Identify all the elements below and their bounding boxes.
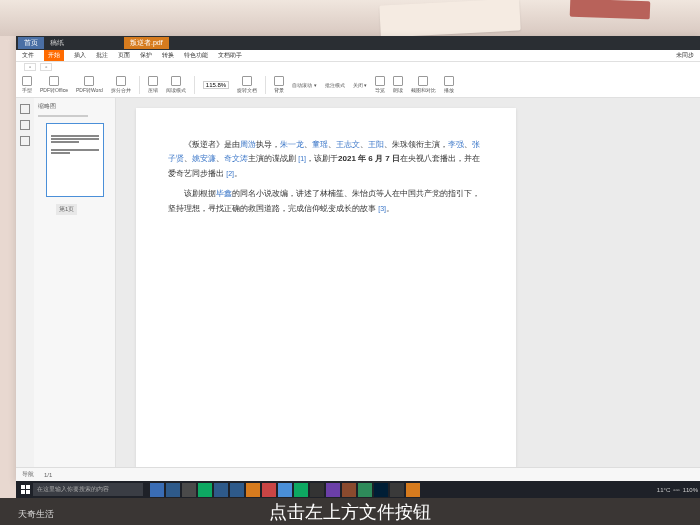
ribbon-hand[interactable]: 手型 [22, 76, 32, 93]
menu-annotate[interactable]: 批注 [96, 51, 108, 60]
file-tabs: ▫ ▫ [16, 62, 700, 72]
task-icon[interactable] [326, 483, 340, 497]
page-thumbnail[interactable] [46, 123, 104, 197]
menu-insert[interactable]: 插入 [74, 51, 86, 60]
task-icon[interactable] [342, 483, 356, 497]
menu-effects[interactable]: 特色功能 [184, 51, 208, 60]
ribbon-screen[interactable]: 朗读 [393, 76, 403, 93]
doc-paragraph: 该剧根据毕鑫的同名小说改编，讲述了林楠笙、朱怡贞等人在中国共产党的指引下，坚持理… [168, 187, 484, 216]
tray-temp: 11°C [657, 487, 670, 493]
task-icon[interactable] [310, 483, 324, 497]
ribbon-bg[interactable]: 背景 [274, 76, 284, 93]
menu-sync[interactable]: 未同步 [676, 51, 694, 60]
tab-paper[interactable]: 稿纸 [50, 38, 64, 48]
task-icon[interactable] [406, 483, 420, 497]
taskbar-search[interactable]: 在这里输入你要搜索的内容 [33, 483, 143, 496]
tab-home[interactable]: 首页 [18, 37, 44, 49]
task-icon[interactable] [230, 483, 244, 497]
task-icon[interactable] [150, 483, 164, 497]
status-nav[interactable]: 导航 [22, 470, 34, 479]
task-icon[interactable] [198, 483, 212, 497]
doc-tab[interactable]: 叛逆者.pdf [124, 37, 169, 49]
task-icon[interactable] [294, 483, 308, 497]
system-tray[interactable]: 11°C ▫▫▫ 110% [657, 487, 698, 493]
page: 《叛逆者》是由周游执导，朱一龙、童瑶、王志文、王阳、朱珠领衔主演，李强、张子贤、… [136, 108, 516, 467]
document-area[interactable]: 《叛逆者》是由周游执导，朱一龙、童瑶、王志文、王阳、朱珠领衔主演，李强、张子贤、… [116, 98, 700, 467]
menubar: 文件 开始 插入 批注 页面 保护 转换 特色功能 文档助手 未同步 [16, 50, 700, 62]
thumb-page-label: 第1页 [56, 204, 77, 215]
ribbon-compress[interactable]: 压缩 [148, 76, 158, 93]
task-icon[interactable] [278, 483, 292, 497]
ribbon: 手型 PDF转Office PDF转Word 拆分合并 压缩 阅读模式 115.… [16, 72, 700, 98]
doc-paragraph: 《叛逆者》是由周游执导，朱一龙、童瑶、王志文、王阳、朱珠领衔主演，李强、张子贤、… [168, 138, 484, 181]
ribbon-sign[interactable]: 自动滚动 ▾ [292, 82, 316, 88]
status-page: 1/1 [44, 472, 52, 478]
watermark: 天奇生活 [18, 508, 54, 521]
task-icon[interactable] [262, 483, 276, 497]
attachment-panel-icon[interactable] [20, 136, 30, 146]
ribbon-ocr[interactable]: PDF转Office [40, 76, 68, 93]
taskbar: 在这里输入你要搜索的内容 11°C ▫▫▫ 110% [16, 481, 700, 498]
quick-save-icon[interactable]: ▫ [24, 63, 36, 71]
subtitle-text: 点击左上方文件按钮 [269, 500, 431, 524]
menu-start[interactable]: 开始 [44, 50, 64, 61]
zoom-value[interactable]: 115.8% [203, 81, 229, 89]
bookmark-panel-icon[interactable] [20, 120, 30, 130]
ribbon-mode[interactable]: 导览 [375, 76, 385, 93]
sidebar: 缩略图 第1页 [16, 98, 116, 467]
ribbon-rotate[interactable]: 旋转文档 [237, 76, 257, 93]
task-icon[interactable] [358, 483, 372, 497]
task-icon[interactable] [390, 483, 404, 497]
ribbon-split[interactable]: 拆分合并 [111, 76, 131, 93]
task-icon[interactable] [246, 483, 260, 497]
start-button[interactable] [18, 483, 32, 497]
ribbon-nav[interactable]: 关闭 ▾ [353, 82, 367, 88]
statusbar: 导航 1/1 [16, 467, 700, 481]
ribbon-pdfword[interactable]: PDF转Word [76, 76, 103, 93]
quick-print-icon[interactable]: ▫ [40, 63, 52, 71]
menu-extra[interactable]: 文档助手 [218, 51, 242, 60]
ribbon-full[interactable]: 播放 [444, 76, 454, 93]
ribbon-read[interactable]: 阅读模式 [166, 76, 186, 93]
menu-page[interactable]: 页面 [118, 51, 130, 60]
subtitle-bar: 点击左上方文件按钮 [0, 498, 700, 525]
ribbon-protect[interactable]: 批注模式 [325, 82, 345, 88]
task-icon[interactable] [374, 483, 388, 497]
thumb-header-label: 缩略图 [38, 102, 56, 111]
thumbnail-panel-icon[interactable] [20, 104, 30, 114]
task-icon[interactable] [166, 483, 180, 497]
menu-convert[interactable]: 转换 [162, 51, 174, 60]
ribbon-print[interactable]: 截图和对比 [411, 76, 436, 93]
titlebar: 首页 稿纸 叛逆者.pdf [16, 36, 700, 50]
task-icon[interactable] [214, 483, 228, 497]
tray-zoom: 110% [683, 487, 698, 493]
menu-file[interactable]: 文件 [22, 51, 34, 60]
app-window: 首页 稿纸 叛逆者.pdf 文件 开始 插入 批注 页面 保护 转换 特色功能 … [16, 36, 700, 481]
thumb-size-slider[interactable] [38, 115, 88, 117]
task-icon[interactable] [182, 483, 196, 497]
menu-protect[interactable]: 保护 [140, 51, 152, 60]
